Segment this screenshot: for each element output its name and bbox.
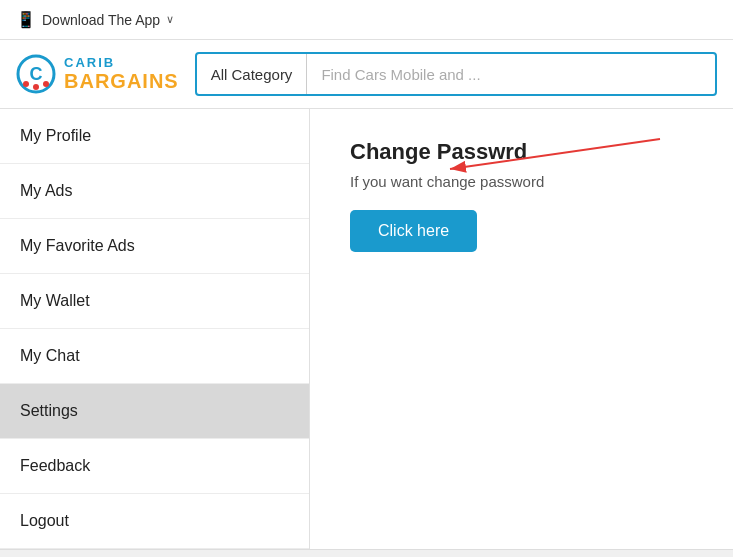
chevron-down-icon: ∨ — [166, 13, 174, 26]
sidebar: My Profile My Ads My Favorite Ads My Wal… — [0, 109, 310, 549]
sidebar-item-logout[interactable]: Logout — [0, 494, 309, 549]
change-password-title: Change Passwrd — [350, 139, 693, 165]
search-input-placeholder: Find Cars Mobile and ... — [307, 66, 715, 83]
footer-area — [0, 549, 733, 557]
change-password-subtitle: If you want change password — [350, 173, 693, 190]
logo-text: CARIB BARGAINS — [64, 56, 179, 92]
sidebar-item-feedback[interactable]: Feedback — [0, 439, 309, 494]
download-app-button[interactable]: 📱 Download The App ∨ — [16, 10, 174, 29]
svg-text:C: C — [30, 64, 43, 84]
sidebar-item-my-ads[interactable]: My Ads — [0, 164, 309, 219]
logo-icon: C — [16, 54, 56, 94]
click-here-button[interactable]: Click here — [350, 210, 477, 252]
download-app-label: Download The App — [42, 12, 160, 28]
svg-point-4 — [43, 81, 49, 87]
svg-point-3 — [33, 84, 39, 90]
search-bar[interactable]: All Category Find Cars Mobile and ... — [195, 52, 717, 96]
sidebar-item-my-profile[interactable]: My Profile — [0, 109, 309, 164]
header: C CARIB BARGAINS All Category Find Cars … — [0, 40, 733, 109]
svg-point-2 — [23, 81, 29, 87]
sidebar-item-my-chat[interactable]: My Chat — [0, 329, 309, 384]
search-category-label: All Category — [197, 54, 308, 94]
logo-bargains: BARGAINS — [64, 70, 179, 92]
sidebar-item-my-wallet[interactable]: My Wallet — [0, 274, 309, 329]
top-bar: 📱 Download The App ∨ — [0, 0, 733, 40]
content-area: Change Passwrd If you want change passwo… — [310, 109, 733, 549]
phone-icon: 📱 — [16, 10, 36, 29]
sidebar-item-settings[interactable]: Settings — [0, 384, 309, 439]
logo-carib: CARIB — [64, 56, 179, 70]
sidebar-item-my-favorite-ads[interactable]: My Favorite Ads — [0, 219, 309, 274]
logo[interactable]: C CARIB BARGAINS — [16, 54, 179, 94]
main-layout: My Profile My Ads My Favorite Ads My Wal… — [0, 109, 733, 549]
